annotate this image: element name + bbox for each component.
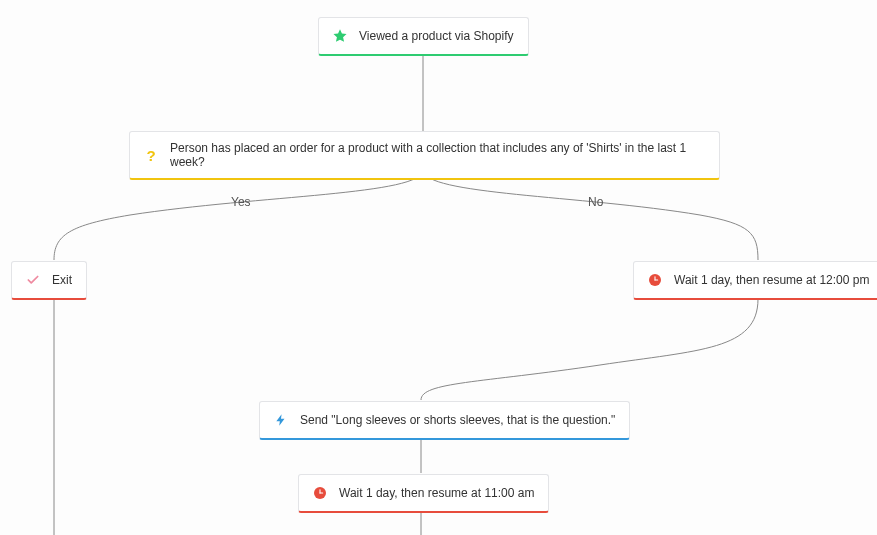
star-icon bbox=[331, 27, 349, 45]
condition-label: Person has placed an order for a product… bbox=[170, 141, 705, 169]
branch-no-label: No bbox=[588, 195, 603, 209]
wait-node-2[interactable]: Wait 1 day, then resume at 11:00 am bbox=[298, 474, 549, 513]
wait-label-2: Wait 1 day, then resume at 11:00 am bbox=[339, 486, 534, 500]
send-node[interactable]: Send "Long sleeves or shorts sleeves, th… bbox=[259, 401, 630, 440]
send-label: Send "Long sleeves or shorts sleeves, th… bbox=[300, 413, 615, 427]
trigger-node[interactable]: Viewed a product via Shopify bbox=[318, 17, 529, 56]
trigger-label: Viewed a product via Shopify bbox=[359, 29, 514, 43]
question-icon: ? bbox=[142, 146, 160, 164]
wait-label-1: Wait 1 day, then resume at 12:00 pm bbox=[674, 273, 869, 287]
wait-node-1[interactable]: Wait 1 day, then resume at 12:00 pm bbox=[633, 261, 877, 300]
exit-label: Exit bbox=[52, 273, 72, 287]
condition-node[interactable]: ? Person has placed an order for a produ… bbox=[129, 131, 720, 180]
check-icon bbox=[24, 271, 42, 289]
exit-node[interactable]: Exit bbox=[11, 261, 87, 300]
flow-canvas: Viewed a product via Shopify ? Person ha… bbox=[0, 0, 877, 535]
lightning-icon bbox=[272, 411, 290, 429]
clock-icon bbox=[311, 484, 329, 502]
clock-icon bbox=[646, 271, 664, 289]
branch-yes-label: Yes bbox=[231, 195, 251, 209]
